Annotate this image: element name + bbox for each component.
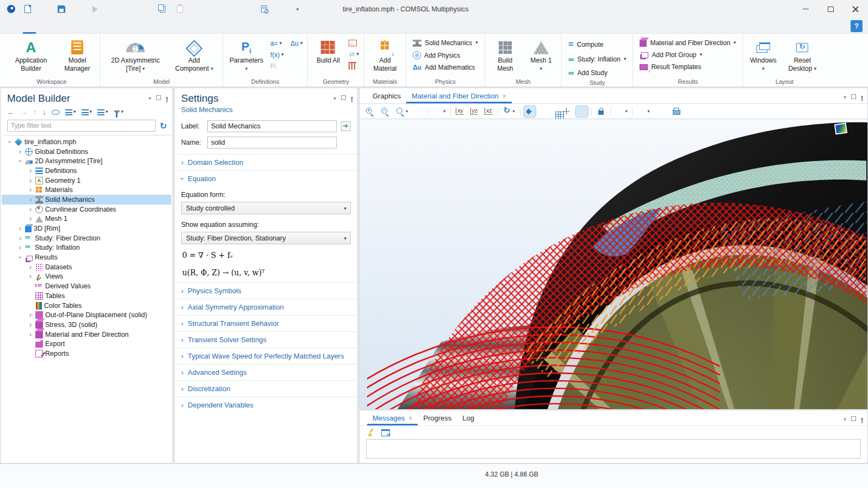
tree-row[interactable]: Study: Fiber Direction <box>2 233 171 243</box>
menu-tab[interactable] <box>23 18 36 34</box>
tree-row[interactable]: Export <box>2 339 171 349</box>
graphics-tool-button[interactable]: ▾ <box>561 106 573 117</box>
graphics-tool-button[interactable]: ▾ <box>610 107 611 116</box>
quick-access-button[interactable] <box>89 3 102 16</box>
graphics-tool-button[interactable]: ▾ <box>498 107 498 116</box>
tree-expander-icon[interactable] <box>28 206 33 213</box>
pin-panel-icon[interactable] <box>351 97 353 99</box>
graphics-tool-button[interactable]: ▾ <box>524 106 536 117</box>
tree-expander-icon[interactable] <box>28 311 33 319</box>
help-button[interactable]: ? <box>851 20 863 32</box>
panel-menu-icon[interactable] <box>148 94 151 102</box>
settings-section-header[interactable]: Transient Solver Settings <box>175 331 357 348</box>
parameters-button[interactable]: Pi Parameters <box>226 36 266 74</box>
tree-expander-icon[interactable] <box>28 167 33 175</box>
graphics-tool-button[interactable]: xy ▾ <box>454 107 466 116</box>
tree-row[interactable]: Views <box>2 272 171 282</box>
tree-row[interactable]: 2D Axisymmetric [Tire] <box>2 156 171 166</box>
name-field[interactable] <box>207 137 337 149</box>
study-inflation-dropdown[interactable]: ∞Study: Inflation <box>565 53 630 65</box>
graphics-tool-button[interactable]: ▾ <box>576 106 588 117</box>
label-field[interactable] <box>207 120 337 132</box>
build-mesh-button[interactable]: Build Mesh <box>488 36 522 74</box>
tree-row[interactable]: Derived Values <box>2 281 171 291</box>
menu-tab[interactable] <box>49 18 62 34</box>
clear-messages-icon[interactable] <box>367 428 376 437</box>
tree-expander-icon[interactable] <box>28 273 33 280</box>
tree-row[interactable]: Study: Inflation <box>2 243 171 253</box>
messages-tab[interactable]: Messages <box>367 411 418 425</box>
tree-row[interactable]: Material and Fiber Direction <box>2 330 171 339</box>
section-equation[interactable]: Equation <box>175 170 357 187</box>
tree-row[interactable]: Solid Mechanics <box>2 195 171 205</box>
collapse-all-button[interactable] <box>65 109 76 115</box>
solid-mechanics-dropdown[interactable]: Solid Mechanics <box>410 38 481 48</box>
settings-section-header[interactable]: Physics Symbols <box>175 282 357 299</box>
tree-expander-icon[interactable] <box>6 139 14 145</box>
pin-panel-icon[interactable] <box>861 418 863 420</box>
tree-row[interactable]: Stress, 3D (solid) <box>2 320 171 330</box>
tree-filter-input[interactable] <box>7 120 156 132</box>
graphics-tool-button[interactable]: ▾ <box>501 106 517 117</box>
reset-desktop-button[interactable]: Reset Desktop <box>782 36 822 74</box>
tree-row[interactable]: Out-of-Plane Displacement (solid) <box>2 310 171 320</box>
tree-expander-icon[interactable] <box>16 158 24 164</box>
quick-access-button[interactable] <box>190 3 203 16</box>
menu-tab[interactable] <box>101 18 114 34</box>
close-tab-icon[interactable] <box>503 92 506 100</box>
quick-access-button[interactable] <box>139 3 152 16</box>
graphics-tool-button[interactable]: ▾ <box>539 106 551 117</box>
quick-access-button[interactable] <box>274 3 287 16</box>
tree-expander-icon[interactable] <box>28 321 33 329</box>
graphics-tool-button[interactable]: xz ▾ <box>483 107 494 116</box>
expand-all-button[interactable] <box>82 109 92 115</box>
build-all-geometry-button[interactable]: Build All <box>311 36 345 66</box>
tree-expander-icon[interactable] <box>28 215 33 223</box>
graphics-tool-button[interactable]: ▾ <box>614 106 629 117</box>
refresh-icon[interactable]: ↻ <box>160 121 167 131</box>
settings-section-header[interactable]: Advanced Settings <box>175 364 357 380</box>
float-panel-icon[interactable] <box>851 416 856 421</box>
tree-expander-icon[interactable] <box>17 244 23 251</box>
quick-access-button[interactable] <box>224 3 237 16</box>
graphics-tool-button[interactable]: ▾ <box>591 107 592 116</box>
tree-expander-icon[interactable] <box>16 255 24 260</box>
graphics-tool-button[interactable]: ▾ <box>394 106 410 117</box>
show-equation-select[interactable]: Study: Fiber Direction, Stationary <box>181 232 351 244</box>
quick-access-button[interactable] <box>173 3 186 16</box>
tree-row[interactable]: tire_inflation.mph <box>2 137 171 147</box>
graphics-tool-button[interactable]: ▾ <box>520 107 520 116</box>
tree-row[interactable]: Definitions <box>2 166 171 176</box>
graphics-tab[interactable]: Graphics <box>367 89 406 103</box>
messages-output[interactable] <box>366 439 861 459</box>
panel-menu-icon[interactable] <box>333 94 336 102</box>
result-templates-button[interactable]: Result Templates <box>636 62 739 72</box>
graphics-tool-button[interactable]: ▾ <box>636 106 652 117</box>
float-panel-icon[interactable] <box>156 95 161 100</box>
graphics-tool-button[interactable]: − ▾ <box>379 106 391 117</box>
functions-button[interactable]: f(x) <box>269 51 304 59</box>
quick-access-button[interactable] <box>72 3 85 16</box>
tree-expander-icon[interactable] <box>17 225 23 232</box>
tree-expander-icon[interactable] <box>28 331 33 338</box>
tree-row[interactable]: Mesh 1 <box>2 214 171 224</box>
tree-row[interactable]: Curvilinear Coordinates <box>2 205 171 214</box>
add-plot-group-button[interactable]: Add Plot Group <box>636 50 739 60</box>
pin-panel-icon[interactable] <box>166 97 168 99</box>
tree-row[interactable]: 3D [Rim] <box>2 224 171 233</box>
application-builder-button[interactable]: A Application Builder <box>7 36 55 74</box>
show-icon[interactable] <box>52 110 60 115</box>
menu-tab[interactable] <box>75 18 88 34</box>
nonlocal-couplings-button[interactable]: Δu <box>289 39 304 48</box>
graphics-tool-button[interactable]: ▾ <box>595 106 607 117</box>
add-material-button[interactable]: Add Material <box>368 36 402 74</box>
mesh1-button[interactable]: Mesh 1 <box>524 36 558 74</box>
tree-expander-icon[interactable] <box>17 148 23 156</box>
menu-tab[interactable] <box>62 18 75 34</box>
variables-button[interactable]: a= <box>269 39 283 48</box>
remove-details-button[interactable] <box>347 61 360 70</box>
settings-section-header[interactable]: Dependent Variables <box>175 397 357 413</box>
quick-access-button[interactable] <box>257 3 270 16</box>
tree-row[interactable]: Datasets <box>2 262 171 272</box>
compute-button[interactable]: =Compute <box>565 38 630 51</box>
